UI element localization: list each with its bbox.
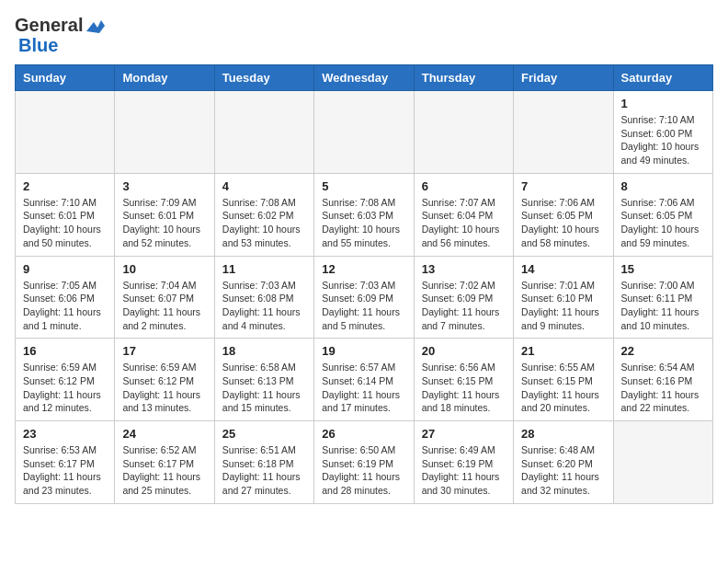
calendar-cell	[214, 91, 313, 174]
calendar-cell: 23Sunrise: 6:53 AM Sunset: 6:17 PM Dayli…	[16, 421, 115, 504]
day-number: 16	[23, 344, 107, 358]
calendar-cell: 25Sunrise: 6:51 AM Sunset: 6:18 PM Dayli…	[214, 421, 313, 504]
day-number: 19	[322, 344, 405, 358]
day-number: 13	[422, 262, 506, 276]
day-info: Sunrise: 7:03 AM Sunset: 6:08 PM Dayligh…	[222, 279, 306, 333]
day-header-thursday: Thursday	[414, 65, 513, 91]
day-number: 6	[422, 179, 506, 193]
calendar-cell: 5Sunrise: 7:08 AM Sunset: 6:03 PM Daylig…	[314, 173, 414, 256]
day-info: Sunrise: 6:50 AM Sunset: 6:19 PM Dayligh…	[322, 443, 405, 498]
day-header-monday: Monday	[115, 65, 214, 91]
day-header-friday: Friday	[514, 65, 613, 91]
day-info: Sunrise: 7:02 AM Sunset: 6:09 PM Dayligh…	[422, 279, 506, 333]
calendar-cell: 26Sunrise: 6:50 AM Sunset: 6:19 PM Dayli…	[314, 421, 414, 504]
day-info: Sunrise: 6:48 AM Sunset: 6:20 PM Dayligh…	[521, 443, 605, 498]
day-info: Sunrise: 7:10 AM Sunset: 6:00 PM Dayligh…	[621, 113, 705, 167]
day-info: Sunrise: 7:09 AM Sunset: 6:01 PM Dayligh…	[122, 196, 206, 250]
calendar-cell: 11Sunrise: 7:03 AM Sunset: 6:08 PM Dayli…	[214, 256, 313, 339]
day-info: Sunrise: 6:51 AM Sunset: 6:18 PM Dayligh…	[222, 443, 306, 498]
day-number: 14	[521, 262, 605, 276]
calendar-cell: 17Sunrise: 6:59 AM Sunset: 6:12 PM Dayli…	[115, 339, 214, 421]
calendar-cell: 9Sunrise: 7:05 AM Sunset: 6:06 PM Daylig…	[16, 256, 115, 339]
day-number: 17	[122, 344, 206, 358]
calendar-cell	[115, 91, 214, 174]
day-info: Sunrise: 7:05 AM Sunset: 6:06 PM Dayligh…	[23, 279, 107, 333]
day-info: Sunrise: 6:56 AM Sunset: 6:15 PM Dayligh…	[422, 361, 506, 415]
day-number: 11	[222, 262, 306, 276]
day-number: 26	[322, 427, 405, 441]
day-info: Sunrise: 6:58 AM Sunset: 6:13 PM Dayligh…	[222, 361, 306, 415]
calendar-cell	[514, 91, 613, 174]
calendar-week-row: 2Sunrise: 7:10 AM Sunset: 6:01 PM Daylig…	[16, 173, 713, 256]
day-number: 25	[222, 427, 306, 441]
day-header-saturday: Saturday	[613, 65, 712, 91]
day-number: 15	[621, 262, 705, 276]
calendar-cell	[613, 421, 712, 504]
calendar-cell: 19Sunrise: 6:57 AM Sunset: 6:14 PM Dayli…	[314, 339, 414, 421]
day-info: Sunrise: 6:53 AM Sunset: 6:17 PM Dayligh…	[23, 443, 107, 498]
day-header-sunday: Sunday	[16, 65, 115, 91]
calendar-cell: 24Sunrise: 6:52 AM Sunset: 6:17 PM Dayli…	[115, 421, 214, 504]
calendar-cell	[16, 91, 115, 174]
calendar-cell	[414, 91, 513, 174]
calendar-cell: 13Sunrise: 7:02 AM Sunset: 6:09 PM Dayli…	[414, 256, 513, 339]
day-info: Sunrise: 7:00 AM Sunset: 6:11 PM Dayligh…	[621, 279, 705, 333]
day-info: Sunrise: 7:08 AM Sunset: 6:02 PM Dayligh…	[222, 196, 306, 250]
day-info: Sunrise: 6:57 AM Sunset: 6:14 PM Dayligh…	[322, 361, 405, 415]
calendar-cell: 28Sunrise: 6:48 AM Sunset: 6:20 PM Dayli…	[514, 421, 613, 504]
day-info: Sunrise: 7:03 AM Sunset: 6:09 PM Dayligh…	[322, 279, 405, 333]
calendar-week-row: 1Sunrise: 7:10 AM Sunset: 6:00 PM Daylig…	[16, 91, 713, 174]
calendar-cell: 18Sunrise: 6:58 AM Sunset: 6:13 PM Dayli…	[214, 339, 313, 421]
calendar-cell: 16Sunrise: 6:59 AM Sunset: 6:12 PM Dayli…	[16, 339, 115, 421]
day-number: 5	[322, 179, 405, 193]
day-info: Sunrise: 7:06 AM Sunset: 6:05 PM Dayligh…	[621, 196, 705, 250]
day-info: Sunrise: 6:49 AM Sunset: 6:19 PM Dayligh…	[422, 443, 506, 498]
day-info: Sunrise: 6:52 AM Sunset: 6:17 PM Dayligh…	[122, 443, 206, 498]
day-number: 8	[621, 179, 705, 193]
day-number: 1	[621, 97, 705, 110]
calendar-cell: 20Sunrise: 6:56 AM Sunset: 6:15 PM Dayli…	[414, 339, 513, 421]
day-number: 21	[521, 344, 605, 358]
calendar-cell: 15Sunrise: 7:00 AM Sunset: 6:11 PM Dayli…	[613, 256, 712, 339]
calendar-cell: 3Sunrise: 7:09 AM Sunset: 6:01 PM Daylig…	[115, 173, 214, 256]
calendar-week-row: 23Sunrise: 6:53 AM Sunset: 6:17 PM Dayli…	[16, 421, 713, 504]
day-number: 27	[422, 427, 506, 441]
day-number: 2	[23, 179, 107, 193]
day-info: Sunrise: 7:10 AM Sunset: 6:01 PM Dayligh…	[23, 196, 107, 250]
calendar-cell: 6Sunrise: 7:07 AM Sunset: 6:04 PM Daylig…	[414, 173, 513, 256]
calendar-cell: 2Sunrise: 7:10 AM Sunset: 6:01 PM Daylig…	[16, 173, 115, 256]
day-info: Sunrise: 7:06 AM Sunset: 6:05 PM Dayligh…	[521, 196, 605, 250]
calendar-cell: 21Sunrise: 6:55 AM Sunset: 6:15 PM Dayli…	[514, 339, 613, 421]
calendar-cell	[314, 91, 414, 174]
day-number: 9	[23, 262, 107, 276]
calendar-table: SundayMondayTuesdayWednesdayThursdayFrid…	[15, 64, 713, 504]
day-number: 3	[122, 179, 206, 193]
day-info: Sunrise: 6:54 AM Sunset: 6:16 PM Dayligh…	[621, 361, 705, 415]
logo-blue-text: Blue	[18, 35, 58, 55]
day-number: 10	[122, 262, 206, 276]
day-info: Sunrise: 7:01 AM Sunset: 6:10 PM Dayligh…	[521, 279, 605, 333]
calendar-cell: 4Sunrise: 7:08 AM Sunset: 6:02 PM Daylig…	[214, 173, 313, 256]
day-number: 20	[422, 344, 506, 358]
page-header: General Blue	[15, 15, 713, 55]
calendar-cell: 8Sunrise: 7:06 AM Sunset: 6:05 PM Daylig…	[613, 173, 712, 256]
day-number: 22	[621, 344, 705, 358]
calendar-header-row: SundayMondayTuesdayWednesdayThursdayFrid…	[16, 65, 713, 91]
calendar-cell: 14Sunrise: 7:01 AM Sunset: 6:10 PM Dayli…	[514, 256, 613, 339]
day-info: Sunrise: 7:07 AM Sunset: 6:04 PM Dayligh…	[422, 196, 506, 250]
calendar-week-row: 16Sunrise: 6:59 AM Sunset: 6:12 PM Dayli…	[16, 339, 713, 421]
calendar-cell: 12Sunrise: 7:03 AM Sunset: 6:09 PM Dayli…	[314, 256, 414, 339]
calendar-cell: 27Sunrise: 6:49 AM Sunset: 6:19 PM Dayli…	[414, 421, 513, 504]
calendar-week-row: 9Sunrise: 7:05 AM Sunset: 6:06 PM Daylig…	[16, 256, 713, 339]
logo-bird-icon	[85, 18, 105, 35]
logo: General Blue	[15, 15, 105, 55]
day-number: 23	[23, 427, 107, 441]
svg-marker-0	[86, 20, 105, 33]
calendar-cell: 7Sunrise: 7:06 AM Sunset: 6:05 PM Daylig…	[514, 173, 613, 256]
day-number: 12	[322, 262, 405, 276]
day-info: Sunrise: 6:59 AM Sunset: 6:12 PM Dayligh…	[23, 361, 107, 415]
day-header-wednesday: Wednesday	[314, 65, 414, 91]
calendar-cell: 22Sunrise: 6:54 AM Sunset: 6:16 PM Dayli…	[613, 339, 712, 421]
day-info: Sunrise: 7:04 AM Sunset: 6:07 PM Dayligh…	[122, 279, 206, 333]
day-info: Sunrise: 6:59 AM Sunset: 6:12 PM Dayligh…	[122, 361, 206, 415]
